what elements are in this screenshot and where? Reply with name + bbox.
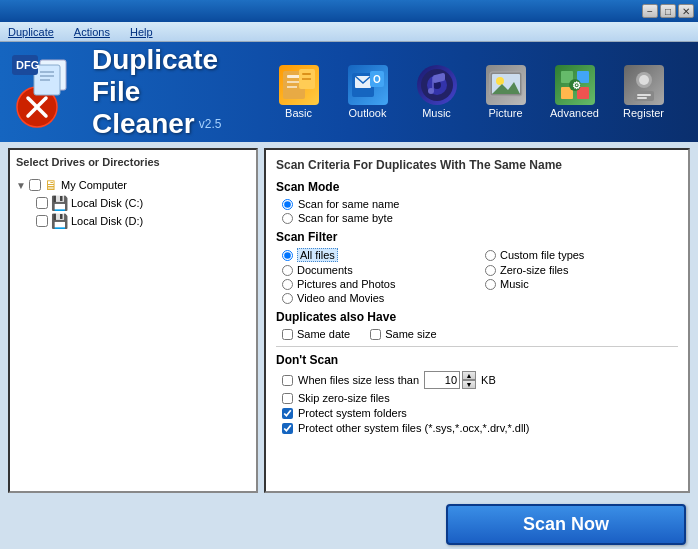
- filter-documents-text: Documents: [297, 264, 353, 276]
- ds-protect-other-label: Protect other system files (*.sys,*.ocx,…: [298, 422, 529, 434]
- maximize-button[interactable]: □: [660, 4, 676, 18]
- basic-tab-icon: [279, 65, 319, 105]
- filter-pictures-text: Pictures and Photos: [297, 278, 395, 290]
- svg-text:DFG: DFG: [16, 59, 39, 71]
- ds-skip-zero-row: Skip zero-size files: [282, 392, 678, 404]
- directory-tree: ▼ 🖥 My Computer 💾 Local Disk (C:) 💾 Loca…: [14, 174, 252, 232]
- minimize-button[interactable]: −: [642, 4, 658, 18]
- tree-d-checkbox[interactable]: [36, 215, 48, 227]
- disk-c-icon: 💾: [51, 195, 68, 211]
- scan-same-name-radio[interactable]: [282, 199, 293, 210]
- tree-root-checkbox[interactable]: [29, 179, 41, 191]
- criteria-title: Scan Criteria For Duplicates With The Sa…: [276, 158, 678, 172]
- filter-grid: All files Custom file types Documents Ze…: [282, 248, 678, 304]
- filter-custom-text: Custom file types: [500, 249, 584, 261]
- scan-same-byte-row: Scan for same byte: [282, 212, 678, 224]
- filter-video-radio[interactable]: [282, 293, 293, 304]
- dup-same-size: Same size: [370, 328, 436, 340]
- tab-outlook[interactable]: O Outlook: [335, 61, 400, 123]
- separator: [276, 346, 678, 347]
- ds-protect-other-row: Protect other system files (*.sys,*.ocx,…: [282, 422, 678, 434]
- menu-bar: Duplicate Actions Help: [0, 22, 698, 42]
- main-content: Select Drives or Directories ▼ 🖥 My Comp…: [0, 142, 698, 499]
- logo-area: DFG Duplicate File Cleanerv2.5: [12, 44, 256, 140]
- dup-same-date-label: Same date: [297, 328, 350, 340]
- file-size-input-wrapper: ▲ ▼: [424, 371, 476, 389]
- scan-same-name-text: Scan for same name: [298, 198, 400, 210]
- ds-when-label: When files size less than: [298, 374, 419, 386]
- filter-music: Music: [485, 278, 678, 290]
- dont-scan-label: Don't Scan: [276, 353, 678, 367]
- tree-item-c: 💾 Local Disk (C:): [36, 194, 250, 212]
- menu-duplicate[interactable]: Duplicate: [8, 26, 54, 38]
- scan-mode-label: Scan Mode: [276, 180, 678, 194]
- filter-zero-size: Zero-size files: [485, 264, 678, 276]
- app-title-area: Duplicate File Cleanerv2.5: [92, 44, 256, 140]
- ds-filesize-row: When files size less than ▲ ▼ KB: [282, 371, 678, 389]
- svg-rect-12: [287, 81, 301, 83]
- svg-point-28: [496, 77, 504, 85]
- right-panel: Scan Criteria For Duplicates With The Sa…: [264, 148, 690, 493]
- nav-tabs: Basic O Outlook: [256, 61, 686, 123]
- tree-item-d: 💾 Local Disk (D:): [36, 212, 250, 230]
- svg-rect-16: [302, 78, 311, 80]
- tree-expand-icon[interactable]: ▼: [16, 180, 26, 191]
- filter-all-files-radio[interactable]: [282, 250, 293, 261]
- scan-now-button[interactable]: Scan Now: [446, 504, 686, 545]
- register-tab-icon: [624, 65, 664, 105]
- tab-register[interactable]: Register: [611, 61, 676, 123]
- tree-c-checkbox[interactable]: [36, 197, 48, 209]
- filter-pictures-radio[interactable]: [282, 279, 293, 290]
- file-size-input[interactable]: [424, 371, 460, 389]
- tab-advanced[interactable]: ⚙ Advanced: [542, 61, 607, 123]
- filter-video: Video and Movies: [282, 292, 475, 304]
- tab-basic-label: Basic: [285, 107, 312, 119]
- app-header: DFG Duplicate File Cleanerv2.5 Basic: [0, 42, 698, 142]
- svg-text:⚙: ⚙: [572, 80, 581, 91]
- dup-same-size-label: Same size: [385, 328, 436, 340]
- filter-music-radio[interactable]: [485, 279, 496, 290]
- ds-skip-zero-label: Skip zero-size files: [298, 392, 390, 404]
- dup-have-row: Same date Same size: [282, 328, 678, 340]
- ds-protect-system-checkbox[interactable]: [282, 408, 293, 419]
- disk-d-icon: 💾: [51, 213, 68, 229]
- left-panel: Select Drives or Directories ▼ 🖥 My Comp…: [8, 148, 258, 493]
- app-version: v2.5: [199, 117, 222, 131]
- filter-video-text: Video and Movies: [297, 292, 384, 304]
- filter-custom: Custom file types: [485, 248, 678, 262]
- dont-scan-section: Don't Scan When files size less than ▲ ▼…: [276, 353, 678, 434]
- menu-help[interactable]: Help: [130, 26, 153, 38]
- filter-all-files-text: All files: [297, 248, 338, 262]
- filter-music-text: Music: [500, 278, 529, 290]
- tab-picture[interactable]: Picture: [473, 61, 538, 123]
- dup-same-date-checkbox[interactable]: [282, 329, 293, 340]
- svg-rect-13: [287, 86, 297, 88]
- spin-up-button[interactable]: ▲: [462, 371, 476, 380]
- dup-same-size-checkbox[interactable]: [370, 329, 381, 340]
- ds-protect-other-checkbox[interactable]: [282, 423, 293, 434]
- filter-all-files: All files: [282, 248, 475, 262]
- spin-down-button[interactable]: ▼: [462, 380, 476, 389]
- tab-advanced-label: Advanced: [550, 107, 599, 119]
- scan-same-byte-radio[interactable]: [282, 213, 293, 224]
- ds-skip-zero-checkbox[interactable]: [282, 393, 293, 404]
- menu-actions[interactable]: Actions: [74, 26, 110, 38]
- ds-protect-system-row: Protect system folders: [282, 407, 678, 419]
- filter-zero-size-text: Zero-size files: [500, 264, 568, 276]
- title-bar: − □ ✕: [0, 0, 698, 22]
- close-button[interactable]: ✕: [678, 4, 694, 18]
- music-tab-icon: [417, 65, 457, 105]
- tab-basic[interactable]: Basic: [266, 61, 331, 123]
- svg-rect-39: [637, 97, 647, 99]
- app-logo: DFG: [12, 55, 82, 130]
- filter-zero-size-radio[interactable]: [485, 265, 496, 276]
- tab-outlook-label: Outlook: [349, 107, 387, 119]
- computer-icon: 🖥: [44, 177, 58, 193]
- tree-root: ▼ 🖥 My Computer: [16, 176, 250, 194]
- tree-child-c: 💾 Local Disk (C:): [36, 194, 250, 212]
- filter-documents-radio[interactable]: [282, 265, 293, 276]
- tab-music[interactable]: Music: [404, 61, 469, 123]
- ds-filesize-checkbox[interactable]: [282, 375, 293, 386]
- svg-rect-11: [287, 75, 301, 78]
- filter-custom-radio[interactable]: [485, 250, 496, 261]
